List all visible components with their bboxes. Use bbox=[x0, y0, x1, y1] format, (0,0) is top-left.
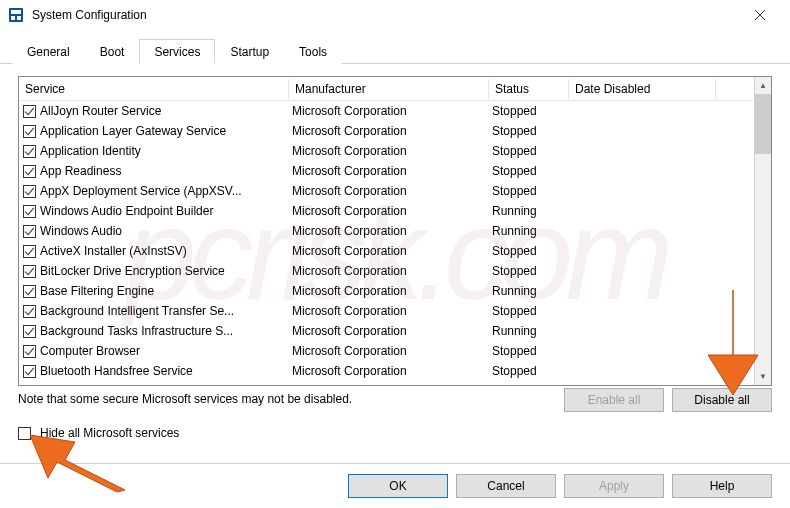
table-row[interactable]: ActiveX Installer (AxInstSV)Microsoft Co… bbox=[19, 241, 754, 261]
svg-rect-2 bbox=[11, 16, 15, 20]
service-manufacturer: Microsoft Corporation bbox=[292, 164, 492, 178]
table-row[interactable]: Application Layer Gateway ServiceMicroso… bbox=[19, 121, 754, 141]
close-button[interactable] bbox=[737, 0, 782, 30]
apply-button: Apply bbox=[564, 474, 664, 498]
tab-general[interactable]: General bbox=[12, 39, 85, 64]
service-checkbox[interactable] bbox=[23, 125, 36, 138]
service-manufacturer: Microsoft Corporation bbox=[292, 144, 492, 158]
tab-services[interactable]: Services bbox=[139, 39, 215, 64]
service-status: Running bbox=[492, 324, 572, 338]
service-manufacturer: Microsoft Corporation bbox=[292, 344, 492, 358]
service-checkbox[interactable] bbox=[23, 285, 36, 298]
svg-rect-3 bbox=[17, 16, 21, 20]
service-manufacturer: Microsoft Corporation bbox=[292, 244, 492, 258]
service-manufacturer: Microsoft Corporation bbox=[292, 184, 492, 198]
service-checkbox[interactable] bbox=[23, 305, 36, 318]
scroll-down-icon[interactable]: ▼ bbox=[755, 368, 771, 385]
service-name: App Readiness bbox=[40, 164, 292, 178]
list-header: Service Manufacturer Status Date Disable… bbox=[19, 77, 754, 101]
svg-rect-1 bbox=[11, 10, 21, 14]
service-manufacturer: Microsoft Corporation bbox=[292, 124, 492, 138]
service-name: AppX Deployment Service (AppXSV... bbox=[40, 184, 292, 198]
table-row[interactable]: Application IdentityMicrosoft Corporatio… bbox=[19, 141, 754, 161]
cancel-button[interactable]: Cancel bbox=[456, 474, 556, 498]
service-checkbox[interactable] bbox=[23, 225, 36, 238]
service-status: Stopped bbox=[492, 184, 572, 198]
table-row[interactable]: Windows Audio Endpoint BuilderMicrosoft … bbox=[19, 201, 754, 221]
service-name: Windows Audio bbox=[40, 224, 292, 238]
service-name: Bluetooth Handsfree Service bbox=[40, 364, 292, 378]
table-row[interactable]: Background Tasks Infrastructure S...Micr… bbox=[19, 321, 754, 341]
table-row[interactable]: App ReadinessMicrosoft CorporationStoppe… bbox=[19, 161, 754, 181]
service-manufacturer: Microsoft Corporation bbox=[292, 224, 492, 238]
service-name: ActiveX Installer (AxInstSV) bbox=[40, 244, 292, 258]
service-status: Running bbox=[492, 284, 572, 298]
service-checkbox[interactable] bbox=[23, 165, 36, 178]
table-row[interactable]: Windows AudioMicrosoft CorporationRunnin… bbox=[19, 221, 754, 241]
scroll-up-icon[interactable]: ▲ bbox=[755, 77, 771, 94]
table-row[interactable]: BitLocker Drive Encryption ServiceMicros… bbox=[19, 261, 754, 281]
service-name: Application Identity bbox=[40, 144, 292, 158]
window-title: System Configuration bbox=[32, 8, 737, 22]
service-checkbox[interactable] bbox=[23, 205, 36, 218]
service-status: Stopped bbox=[492, 344, 572, 358]
service-name: Application Layer Gateway Service bbox=[40, 124, 292, 138]
scrollbar[interactable]: ▲ ▼ bbox=[754, 77, 771, 385]
service-checkbox[interactable] bbox=[23, 245, 36, 258]
service-checkbox[interactable] bbox=[23, 345, 36, 358]
table-row[interactable]: Bluetooth Handsfree ServiceMicrosoft Cor… bbox=[19, 361, 754, 381]
service-manufacturer: Microsoft Corporation bbox=[292, 264, 492, 278]
table-row[interactable]: Computer BrowserMicrosoft CorporationSto… bbox=[19, 341, 754, 361]
service-manufacturer: Microsoft Corporation bbox=[292, 104, 492, 118]
service-checkbox[interactable] bbox=[23, 265, 36, 278]
tab-tools[interactable]: Tools bbox=[284, 39, 342, 64]
ok-button[interactable]: OK bbox=[348, 474, 448, 498]
service-manufacturer: Microsoft Corporation bbox=[292, 204, 492, 218]
table-row[interactable]: Base Filtering EngineMicrosoft Corporati… bbox=[19, 281, 754, 301]
service-status: Stopped bbox=[492, 244, 572, 258]
services-list: Service Manufacturer Status Date Disable… bbox=[18, 76, 772, 386]
service-status: Stopped bbox=[492, 164, 572, 178]
service-manufacturer: Microsoft Corporation bbox=[292, 364, 492, 378]
table-row[interactable]: AllJoyn Router ServiceMicrosoft Corporat… bbox=[19, 101, 754, 121]
service-name: Base Filtering Engine bbox=[40, 284, 292, 298]
service-status: Stopped bbox=[492, 104, 572, 118]
service-checkbox[interactable] bbox=[23, 145, 36, 158]
close-icon bbox=[755, 10, 765, 20]
scroll-thumb[interactable] bbox=[755, 94, 771, 154]
service-manufacturer: Microsoft Corporation bbox=[292, 324, 492, 338]
service-checkbox[interactable] bbox=[23, 105, 36, 118]
service-manufacturer: Microsoft Corporation bbox=[292, 304, 492, 318]
service-name: Computer Browser bbox=[40, 344, 292, 358]
service-status: Running bbox=[492, 224, 572, 238]
col-date-disabled[interactable]: Date Disabled bbox=[569, 79, 716, 99]
table-row[interactable]: AppX Deployment Service (AppXSV...Micros… bbox=[19, 181, 754, 201]
col-manufacturer[interactable]: Manufacturer bbox=[289, 79, 489, 99]
service-checkbox[interactable] bbox=[23, 325, 36, 338]
service-name: BitLocker Drive Encryption Service bbox=[40, 264, 292, 278]
app-icon bbox=[8, 7, 24, 23]
hide-ms-label[interactable]: Hide all Microsoft services bbox=[40, 426, 179, 440]
hide-ms-checkbox[interactable] bbox=[18, 427, 31, 440]
service-name: Windows Audio Endpoint Builder bbox=[40, 204, 292, 218]
service-status: Running bbox=[492, 204, 572, 218]
enable-all-button: Enable all bbox=[564, 388, 664, 412]
service-status: Stopped bbox=[492, 124, 572, 138]
service-name: Background Intelligent Transfer Se... bbox=[40, 304, 292, 318]
tab-boot[interactable]: Boot bbox=[85, 39, 140, 64]
help-button[interactable]: Help bbox=[672, 474, 772, 498]
tabstrip: GeneralBootServicesStartupTools bbox=[0, 30, 790, 64]
service-name: AllJoyn Router Service bbox=[40, 104, 292, 118]
table-row[interactable]: Background Intelligent Transfer Se...Mic… bbox=[19, 301, 754, 321]
service-status: Stopped bbox=[492, 264, 572, 278]
service-checkbox[interactable] bbox=[23, 185, 36, 198]
titlebar: System Configuration bbox=[0, 0, 790, 30]
col-status[interactable]: Status bbox=[489, 79, 569, 99]
service-status: Stopped bbox=[492, 144, 572, 158]
col-service[interactable]: Service bbox=[19, 79, 289, 99]
disable-all-button[interactable]: Disable all bbox=[672, 388, 772, 412]
service-status: Stopped bbox=[492, 364, 572, 378]
tab-startup[interactable]: Startup bbox=[215, 39, 284, 64]
service-checkbox[interactable] bbox=[23, 365, 36, 378]
service-manufacturer: Microsoft Corporation bbox=[292, 284, 492, 298]
